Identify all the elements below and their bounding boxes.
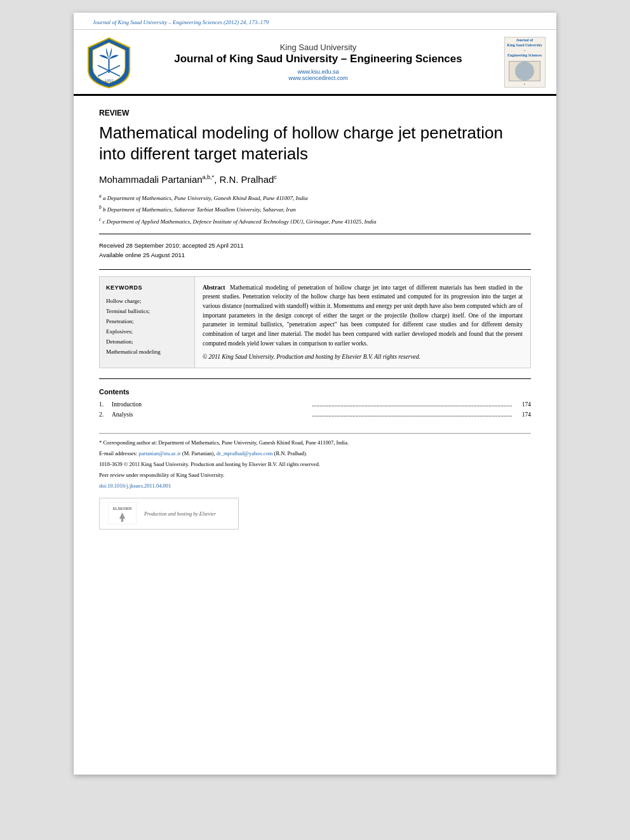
keywords-list: Hollow charge; Terminal ballistics; Pene… (106, 296, 188, 357)
elsevier-logo-icon: ELSEVIER (106, 502, 138, 525)
issn-text: 1018-3639 © 2011 King Saud University. P… (99, 461, 320, 467)
section-label: REVIEW (99, 109, 531, 117)
divider-2 (99, 269, 531, 270)
contents-num-2: 2. (99, 410, 112, 420)
svg-rect-7 (121, 519, 123, 522)
keywords-title: KEYWORDS (106, 284, 188, 291)
corresponding-note: * Corresponding author at: Department of… (99, 439, 531, 447)
contents-title: Contents (99, 388, 531, 396)
kw-1: Hollow charge; (106, 296, 188, 306)
email1-link[interactable]: partanian@stu.ac.ir (138, 450, 180, 457)
divider-3 (99, 378, 531, 379)
abstract-section: KEYWORDS Hollow charge; Terminal ballist… (99, 276, 531, 369)
available-date: Available online 25 August 2011 (99, 250, 531, 260)
contents-page-2: 174 (512, 410, 531, 420)
url1: www.ksu.edu.sa (297, 69, 338, 75)
kw-2: Terminal ballistics; (106, 306, 188, 316)
abstract-text: Mathematical modeling of penetration of … (203, 284, 523, 347)
peer-review-text: Peer review under responsibility of King… (99, 472, 224, 478)
contents-label-2: Analysis (112, 410, 310, 420)
url2: www.sciencedirect.com (288, 75, 348, 81)
university-name: King Saud University (144, 43, 493, 52)
abstract-paragraph: Abstract Mathematical modeling of penetr… (203, 283, 523, 349)
corresponding-text: * Corresponding author at: Department of… (99, 439, 349, 446)
journal-thumbnail-container: Journal ofKing Saud University –Engineer… (499, 37, 550, 88)
main-content: REVIEW Mathematical modeling of hollow c… (74, 96, 556, 542)
author2-name: , R.N. Pralhad (214, 174, 274, 185)
kw-4: Explosives; (106, 326, 188, 337)
header-center: King Saud University Journal of King Sau… (137, 40, 499, 83)
kw-3: Penetration; (106, 316, 188, 326)
dates-section: Received 28 September 2010; accepted 25 … (99, 241, 531, 260)
journal-ref: Journal of King Saud University – Engine… (93, 19, 269, 25)
affiliation-a: a a Department of Mathematics, Pune Univ… (99, 192, 531, 203)
kw-6: Mathematical modeling (106, 347, 188, 357)
article-title: Mathematical modeling of hollow charge j… (99, 123, 531, 164)
affiliations: a a Department of Mathematics, Pune Univ… (99, 192, 531, 226)
contents-dots-1: ........................................… (310, 399, 512, 410)
doi-note: doi:10.1016/j.jksues.2011.04.001 (99, 482, 531, 490)
contents-label-1: Introduction (112, 399, 310, 410)
journal-top-bar: Journal of King Saud University – Engine… (74, 13, 556, 30)
svg-text:ELSEVIER: ELSEVIER (112, 507, 131, 510)
elsevier-production-text: Production and hosting by Elsevier (144, 511, 216, 517)
contents-item-2: 2. Analysis ............................… (99, 410, 531, 420)
affiliation-c: c c Department of Applied Mathematics, D… (99, 216, 531, 226)
received-date: Received 28 September 2010; accepted 25 … (99, 241, 531, 250)
email2-person: (R.N. Pralhad). (274, 450, 307, 457)
contents-num-1: 1. (99, 399, 112, 410)
contents-section: Contents 1. Introduction ...............… (99, 388, 531, 420)
email2-link[interactable]: dr_mpralhad@yahoo.com (217, 450, 273, 457)
svg-text:1957: 1957 (104, 79, 113, 83)
author1-sup: a,b,* (203, 174, 215, 180)
abstract-text-box: Abstract Mathematical modeling of penetr… (195, 277, 530, 368)
contents-item-1: 1. Introduction ........................… (99, 399, 531, 410)
email-label: E-mail addresses: (99, 450, 137, 457)
journal-urls: www.ksu.edu.sa www.sciencedirect.com (144, 69, 493, 81)
abstract-label: Abstract (203, 284, 225, 291)
ksu-crest-icon: 1957 (85, 35, 133, 89)
email1-person: (M. Partanian), (182, 450, 215, 457)
keywords-box: KEYWORDS Hollow charge; Terminal ballist… (100, 277, 195, 368)
header-section: 1957 King Saud University Journal of Kin… (74, 30, 556, 96)
contents-dots-2: ........................................… (310, 410, 512, 420)
journal-thumbnail: Journal ofKing Saud University –Engineer… (504, 37, 546, 88)
author1-name: Mohammadali Partanian (99, 174, 203, 185)
authors-line: Mohammadali Partaniana,b,*, R.N. Pralhad… (99, 174, 531, 185)
page: Journal of King Saud University – Engine… (74, 13, 556, 775)
contents-page-1: 174 (512, 399, 531, 410)
kw-5: Detonation; (106, 337, 188, 347)
author2-sup: c (274, 174, 277, 180)
peer-review-note: Peer review under responsibility of King… (99, 471, 531, 479)
affiliation-b: b b Department of Mathematics, Sabzevar … (99, 204, 531, 214)
doi-link[interactable]: doi:10.1016/j.jksues.2011.04.001 (99, 483, 171, 489)
issn-note: 1018-3639 © 2011 King Saud University. P… (99, 460, 531, 469)
email-note: E-mail addresses: partanian@stu.ac.ir (M… (99, 450, 531, 458)
divider-1 (99, 234, 531, 234)
footer-notes: * Corresponding author at: Department of… (99, 433, 531, 530)
ksu-crest-container: 1957 (80, 35, 137, 89)
journal-title-header: Journal of King Saud University – Engine… (144, 52, 493, 66)
elsevier-badge: ELSEVIER Production and hosting by Elsev… (99, 498, 239, 530)
abstract-copyright: © 2011 King Saud University. Production … (203, 352, 523, 362)
